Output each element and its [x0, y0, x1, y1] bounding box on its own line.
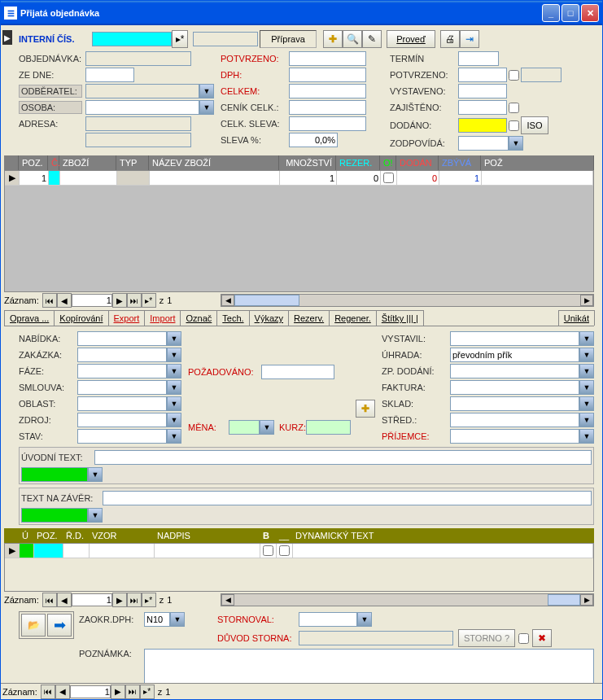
cell-rezer[interactable]: 0	[337, 171, 381, 186]
recnav3-input[interactable]	[70, 685, 111, 698]
zdroj-dropdown-icon[interactable]: ▼	[167, 413, 181, 427]
vystavil-input[interactable]	[450, 331, 579, 346]
dodano-checkbox[interactable]	[509, 120, 519, 131]
hscroll-left-icon[interactable]: ◀	[221, 295, 234, 306]
tab-unikat[interactable]: Unikát	[558, 310, 595, 326]
prijemce-input[interactable]	[450, 429, 579, 444]
cell-o-checkbox[interactable]	[383, 173, 394, 183]
zodpovida-input[interactable]	[458, 136, 509, 151]
prijemce-dropdown-icon[interactable]: ▼	[579, 429, 594, 444]
cell-nazev[interactable]	[150, 171, 280, 186]
dph-input[interactable]	[289, 68, 366, 82]
sleva-pct-input[interactable]	[289, 133, 338, 147]
nabidka-dropdown-icon[interactable]: ▼	[167, 331, 181, 346]
adresa-line2-input[interactable]	[85, 133, 191, 147]
zaokr-input[interactable]	[144, 612, 170, 627]
stornoval-input[interactable]	[299, 612, 357, 627]
cell2-nadpis[interactable]	[155, 544, 260, 558]
uvodni-text-input[interactable]	[94, 450, 592, 465]
cell-poz[interactable]: 1	[20, 171, 49, 186]
hscroll2-right-icon[interactable]: ▶	[580, 594, 593, 606]
table-row[interactable]: ▶	[5, 544, 593, 558]
termin-input[interactable]	[458, 51, 499, 66]
zaokr-dropdown-icon[interactable]: ▼	[170, 612, 185, 627]
cell-poz2[interactable]	[482, 171, 593, 186]
zajisteno-input[interactable]	[458, 100, 507, 115]
storno-checkbox[interactable]	[518, 633, 529, 644]
status-code-input[interactable]	[193, 32, 258, 46]
stred-dropdown-icon[interactable]: ▼	[579, 413, 594, 427]
cell2-dyn[interactable]	[293, 544, 593, 558]
interni-cis-star-button[interactable]: ▸*	[172, 30, 188, 48]
export-icon-button[interactable]: ⇥	[460, 30, 479, 48]
recnav2-input[interactable]	[72, 593, 112, 606]
iso-button[interactable]: ISO	[521, 116, 548, 134]
cell-mnozstvi[interactable]: 1	[280, 171, 337, 186]
vystavil-dropdown-icon[interactable]: ▼	[579, 331, 594, 346]
r-potvrzeno-extra-input[interactable]	[521, 68, 561, 82]
cell-typ[interactable]	[117, 171, 150, 186]
stav-dropdown-icon[interactable]: ▼	[167, 429, 181, 444]
storno-button[interactable]: STORNO ?	[458, 629, 515, 647]
odberatel-label[interactable]: ODBĚRATEL:	[19, 85, 82, 98]
faktura-dropdown-icon[interactable]: ▼	[579, 380, 594, 395]
nav2-prev-button[interactable]: ◀	[57, 593, 72, 607]
zaver-dropdown-icon[interactable]: ▼	[88, 508, 103, 523]
faze-dropdown-icon[interactable]: ▼	[167, 364, 181, 378]
smlouva-dropdown-icon[interactable]: ▼	[167, 380, 181, 395]
zaver-text-input[interactable]	[103, 491, 592, 505]
oblast-dropdown-icon[interactable]: ▼	[167, 396, 181, 411]
cenik-celk-input[interactable]	[289, 100, 366, 115]
recnav-input[interactable]	[72, 294, 112, 307]
maximize-button[interactable]: □	[561, 4, 579, 22]
tab-oprava[interactable]: Oprava ...	[4, 310, 55, 326]
dodano-input[interactable]	[458, 118, 507, 133]
tab-export[interactable]: Export	[108, 310, 146, 326]
zp-dodani-dropdown-icon[interactable]: ▼	[579, 364, 594, 378]
odberatel-dropdown-icon[interactable]: ▼	[199, 84, 214, 98]
smlouva-input[interactable]	[77, 380, 167, 395]
stred-input[interactable]	[450, 413, 579, 427]
faze-input[interactable]	[77, 364, 167, 378]
tab-tech[interactable]: Tech.	[216, 310, 249, 326]
tab-vykazy[interactable]: Výkazy	[249, 310, 289, 326]
close-button[interactable]: ✕	[581, 4, 599, 22]
zaver-combo-input[interactable]	[21, 508, 88, 523]
tab-regener[interactable]: Regener.	[329, 310, 377, 326]
uvodni-dropdown-icon[interactable]: ▼	[88, 467, 103, 482]
minimize-button[interactable]: _	[542, 4, 560, 22]
nav3-last-button[interactable]: ⏭	[125, 685, 140, 699]
cell-c[interactable]	[49, 171, 60, 186]
tab-import[interactable]: Import	[144, 310, 181, 326]
faktura-input[interactable]	[450, 380, 579, 395]
nav3-prev-button[interactable]: ◀	[55, 685, 70, 699]
cell2-u-checkbox[interactable]	[279, 545, 290, 556]
sklad-dropdown-icon[interactable]: ▼	[579, 396, 594, 411]
table-row[interactable]: ▶ 1 1 0 0 1	[5, 171, 593, 186]
duvod-input[interactable]	[299, 631, 453, 645]
nav3-first-button[interactable]: ⏮	[41, 685, 55, 699]
zp-dodani-input[interactable]	[450, 364, 579, 378]
nav-last-button[interactable]: ⏭	[127, 293, 142, 308]
nav-first-button[interactable]: ⏮	[42, 293, 57, 308]
cell-zbyva[interactable]: 1	[439, 171, 482, 186]
grid1-body[interactable]: ▶ 1 1 0 0 1	[4, 170, 594, 292]
celk-sleva-input[interactable]	[289, 116, 366, 131]
oblast-input[interactable]	[77, 396, 167, 411]
osoba-input[interactable]	[85, 100, 199, 115]
cell2-rd[interactable]	[63, 544, 90, 558]
plus-button-2[interactable]: ✚	[356, 400, 375, 418]
nabidka-input[interactable]	[77, 331, 167, 346]
tab-kopirovani[interactable]: Kopírování	[54, 310, 108, 326]
cell-dodan[interactable]: 0	[397, 171, 439, 186]
stav-input[interactable]	[77, 429, 167, 444]
record-selector-icon[interactable]: ▶	[2, 30, 12, 45]
interni-cis-input[interactable]	[92, 32, 172, 46]
tab-oznac[interactable]: Označ	[180, 310, 217, 326]
proved-button[interactable]: Proveď	[387, 30, 435, 48]
plus-button[interactable]: ✚	[323, 30, 343, 48]
delete-button[interactable]: ✖	[532, 629, 552, 647]
cell-zbozi[interactable]	[60, 171, 117, 186]
uhrada-input[interactable]	[450, 348, 579, 362]
tab-stitky[interactable]: Štítky ||| |	[376, 310, 424, 326]
